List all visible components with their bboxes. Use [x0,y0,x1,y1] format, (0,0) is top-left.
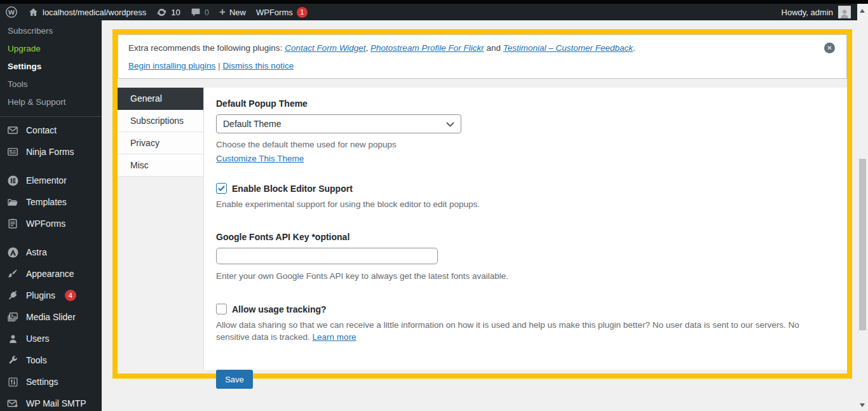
scrollbar-thumb[interactable] [859,159,866,330]
sidebar-item-ninja-forms[interactable]: Ninja Forms [0,141,102,163]
google-fonts-description: Enter your own Google Fonts API key to a… [216,270,833,282]
begin-installing-plugins-link[interactable]: Begin installing plugins [128,61,215,71]
comments-link[interactable]: 0 [186,4,214,20]
sliders-icon [6,375,19,388]
new-content-menu[interactable]: + New [214,4,251,20]
sidebar-item-settings[interactable]: Settings [0,371,102,393]
default-theme-field: Default Popup Theme Default Theme Choose… [216,98,833,164]
update-icon [156,7,167,18]
sidebar-item-contact[interactable]: Contact [0,119,102,141]
sidebar-item-plugins[interactable]: Plugins 4 [0,285,102,306]
usage-tracking-label: Allow usage tracking? [232,304,327,314]
dismiss-notice-link[interactable]: Dismiss this notice [222,61,294,71]
notice-pipe: | [218,61,220,71]
updates-count: 10 [171,8,180,17]
form-icon [6,145,19,158]
sidebar-item-astra[interactable]: Astra [0,241,102,263]
sidebar-item-label: Plugins [26,290,55,300]
plugin-recommendation-notice: Extra recommends the following plugins: … [118,34,847,79]
user-icon [6,332,19,345]
home-icon [28,7,39,18]
wpforms-admin-bar-menu[interactable]: WPForms 1 [251,4,313,20]
sidebar-item-wp-mail-smtp[interactable]: WP Mail SMTP [0,393,102,411]
popup-maker-submenu: Subscribers Upgrade Settings Tools Help … [0,20,102,111]
default-theme-select[interactable]: Default Theme [216,114,461,133]
wordpress-logo-menu[interactable]: W [0,4,23,20]
block-editor-checkbox[interactable] [216,183,227,194]
google-fonts-api-key-input[interactable] [216,248,438,264]
updates-link[interactable]: 10 [151,4,185,20]
close-icon[interactable]: ✕ [824,43,835,53]
sidebar-divider [0,116,102,117]
scroll-down-arrow[interactable] [860,403,865,407]
chevron-down-icon [446,119,454,129]
settings-panel: General Subscriptions Privacy Misc Defau… [118,88,847,370]
scroll-up-arrow[interactable] [860,9,865,13]
selected-theme-value: Default Theme [223,119,281,129]
sidebar-item-label: Elementor [26,175,67,185]
sidebar-item-label: Tools [26,355,47,365]
notice-text: Extra recommends the following plugins: … [128,43,836,54]
astra-icon [6,246,19,259]
comment-icon [191,7,201,17]
media-stack-icon [6,311,19,323]
notice-separator: , [366,43,369,53]
sidebar-item-users[interactable]: Users [0,328,102,349]
main-content: Extra recommends the following plugins: … [102,20,857,411]
wordpress-logo-icon: W [5,6,18,18]
plug-icon [6,289,19,302]
sidebar-item-help-support[interactable]: Help & Support [0,93,102,111]
tab-subscriptions[interactable]: Subscriptions [118,110,203,132]
avatar [838,6,851,18]
usage-tracking-checkbox[interactable] [216,304,227,314]
sidebar-item-media-slider[interactable]: Media Slider [0,306,102,328]
sidebar-item-label: Astra [26,247,47,257]
settings-tabs: General Subscriptions Privacy Misc [118,88,204,370]
sidebar-item-label: Templates [26,197,67,207]
notice-period: . [633,43,635,53]
learn-more-link[interactable]: Learn more [313,332,356,342]
account-menu[interactable]: Howdy, admin [782,6,857,18]
notice-actions: Begin installing plugins | Dismiss this … [128,60,836,72]
sidebar-item-subscribers[interactable]: Subscribers [0,22,102,40]
save-button[interactable]: Save [216,370,253,389]
plugin-link-contact-form-widget[interactable]: Contact Form Widget [285,43,365,53]
plugin-link-testimonial[interactable]: Testimonial – Customer Feedback [503,43,633,53]
usage-tracking-description: Allow data sharing so that we can receiv… [216,319,833,343]
wpforms-label: WPForms [256,8,293,17]
tabs-filler [118,177,203,370]
plugin-link-photostream-profile[interactable]: Photostream Profile For Flickr [370,43,484,53]
sidebar-item-wpforms[interactable]: WPForms [0,213,102,234]
default-theme-label: Default Popup Theme [216,98,833,109]
new-label: New [229,8,246,17]
admin-sidebar: Subscribers Upgrade Settings Tools Help … [0,20,102,411]
sidebar-item-settings-current[interactable]: Settings [0,58,102,76]
sidebar-item-tools-sub[interactable]: Tools [0,76,102,93]
sidebar-item-templates[interactable]: Templates [0,191,102,213]
google-fonts-label: Google Fonts API Key *optional [216,232,833,242]
usage-tracking-text: Allow data sharing so that we can receiv… [216,320,799,342]
tab-privacy[interactable]: Privacy [118,132,203,154]
sidebar-item-tools[interactable]: Tools [0,349,102,371]
customize-theme-link[interactable]: Customize This Theme [216,154,304,163]
tab-general[interactable]: General [118,88,203,110]
sidebar-item-appearance[interactable]: Appearance [0,263,102,285]
sidebar-item-upgrade[interactable]: Upgrade [0,40,102,58]
site-name-link[interactable]: localhost/medical/wordpress [23,4,151,20]
sidebar-item-elementor[interactable]: Elementor [0,170,102,191]
howdy-label: Howdy, admin [782,8,833,17]
sidebar-item-label: Settings [26,377,58,387]
mail-arrow-icon [6,397,19,410]
google-fonts-field: Google Fonts API Key *optional Enter you… [216,232,833,282]
notice-intro: Extra recommends the following plugins: [128,43,282,53]
sidebar-item-label: Contact [26,125,57,135]
tab-misc[interactable]: Misc [118,154,203,177]
comments-count: 0 [205,8,209,17]
sidebar-item-label: WPForms [26,219,65,229]
elementor-icon [6,174,19,187]
clipboard-icon [6,217,19,230]
notice-and: and [486,43,501,53]
folder-icon [6,196,19,208]
site-name-label: localhost/medical/wordpress [43,8,146,17]
wpforms-notification-badge: 1 [297,7,308,18]
